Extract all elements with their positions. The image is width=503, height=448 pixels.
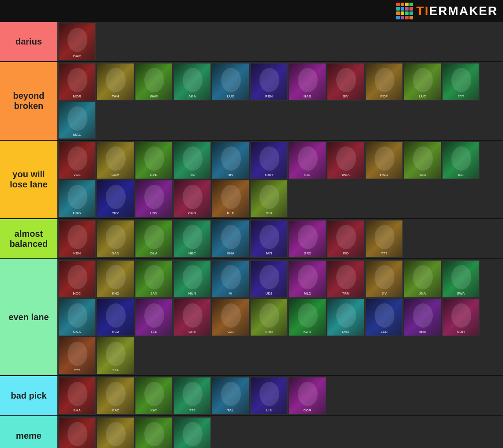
champion-darius2[interactable] [327, 299, 364, 336]
champion-lissandra[interactable] [250, 377, 288, 414]
logo-cell-5 [401, 7, 404, 11]
tier-content-darius [57, 22, 503, 61]
champion-lux[interactable] [212, 63, 249, 101]
tier-label-even-lane: even lane [0, 259, 57, 375]
champion-jarvan[interactable] [365, 260, 403, 298]
logo-cell-9 [401, 11, 404, 15]
logo-cell-0 [396, 3, 400, 6]
champion-mordekaiser2[interactable] [135, 417, 173, 448]
tier-row-beyond-broken: beyond broken [0, 62, 503, 141]
logo-cell-7 [409, 7, 413, 11]
champion-sivir[interactable] [327, 63, 364, 101]
champion-akali[interactable] [173, 63, 211, 101]
champion-unknown3[interactable] [58, 337, 96, 374]
tier-content-beyond-broken [57, 62, 503, 140]
champion-corki[interactable] [289, 377, 326, 414]
logo-cell-10 [405, 11, 409, 15]
champion-taliyah[interactable] [212, 377, 249, 414]
champion-illaoi[interactable] [442, 142, 480, 179]
tier-label-you-will-lose-lane: you will lose lane [0, 141, 57, 218]
tier-content-meme [57, 416, 503, 448]
champion-unknown2[interactable] [365, 220, 403, 258]
logo-cell-13 [401, 16, 404, 19]
champion-tahm-kench[interactable] [97, 63, 134, 101]
tier-list: dariusbeyond brokenyou will lose lanealm… [0, 22, 503, 448]
champion-shen[interactable] [250, 299, 288, 336]
tier-row-darius: darius [0, 22, 503, 62]
tier-row-even-lane: even lane [0, 259, 503, 376]
champion-unknown[interactable] [442, 63, 480, 101]
champion-poppy[interactable] [365, 63, 403, 101]
champion-tryndamere[interactable] [97, 180, 134, 217]
champion-tryndamere2[interactable] [97, 417, 134, 448]
champion-graves[interactable] [173, 299, 211, 336]
champion-gnar[interactable] [58, 299, 96, 336]
champion-hecarim2[interactable] [97, 299, 134, 336]
champion-rengar[interactable] [250, 63, 288, 101]
champion-fiora[interactable] [327, 220, 364, 258]
champion-rengar2[interactable] [365, 142, 403, 179]
champion-chogath[interactable] [173, 180, 211, 217]
logo-cell-3 [409, 3, 413, 6]
champion-lucian[interactable] [404, 63, 441, 101]
champion-volibear[interactable] [58, 142, 96, 179]
champion-sion[interactable] [289, 142, 326, 179]
champion-renekton[interactable] [404, 299, 441, 336]
champion-udyr2[interactable] [250, 260, 288, 298]
champion-shaco[interactable] [58, 377, 96, 414]
champion-karthus[interactable] [289, 299, 326, 336]
champion-unknown5[interactable] [173, 377, 211, 414]
champion-kled[interactable] [212, 180, 249, 217]
champion-udyr[interactable] [135, 180, 173, 217]
champion-malphite[interactable] [58, 101, 96, 139]
champion-malphite2[interactable] [289, 260, 326, 298]
champion-janna[interactable] [404, 260, 441, 298]
champion-camille[interactable] [97, 142, 134, 179]
champion-darius[interactable] [58, 23, 96, 60]
champion-vi[interactable] [212, 260, 249, 298]
champion-caitlyn[interactable] [212, 299, 249, 336]
champion-twitch[interactable] [173, 142, 211, 179]
champion-garen2[interactable] [289, 220, 326, 258]
tier-content-you-will-lose-lane [57, 141, 503, 218]
champion-veigar[interactable] [58, 417, 96, 448]
logo-grid [396, 3, 413, 19]
champion-unknown4[interactable] [97, 337, 134, 374]
champion-nocturne[interactable] [58, 260, 96, 298]
logo-text: TiERMAKER [417, 4, 498, 18]
champion-olaf[interactable] [135, 220, 173, 258]
champion-nasus[interactable] [289, 63, 326, 101]
champion-trundle[interactable] [327, 260, 364, 298]
champion-hecarim[interactable] [173, 220, 211, 258]
champion-evelynn[interactable] [135, 142, 173, 179]
logo: TiERMAKER [396, 3, 498, 19]
champion-unknown6[interactable] [173, 417, 211, 448]
champion-kennen[interactable] [58, 220, 96, 258]
logo-cell-1 [401, 3, 404, 6]
champion-malzahar[interactable] [97, 377, 134, 414]
champion-nunu[interactable] [173, 260, 211, 298]
app-container: TiERMAKER dariusbeyond brokenyou will lo… [0, 0, 503, 448]
champion-gangplank[interactable] [97, 220, 134, 258]
champion-riven[interactable] [212, 142, 249, 179]
champion-xayah[interactable] [135, 377, 173, 414]
logo-cell-12 [396, 16, 400, 19]
champion-wukong[interactable] [327, 142, 364, 179]
champion-master-yi[interactable] [250, 220, 288, 258]
champion-yasuo[interactable] [404, 142, 441, 179]
champion-mordekaiser[interactable] [58, 63, 96, 101]
tier-row-almost-balanced: almost balanced [0, 219, 503, 259]
champion-zed[interactable] [365, 299, 403, 336]
champion-kha2[interactable] [97, 260, 134, 298]
champion-kha-zix[interactable] [212, 220, 249, 258]
champion-singed[interactable] [250, 180, 288, 217]
header: TiERMAKER [0, 0, 503, 22]
champion-jax[interactable] [135, 260, 173, 298]
champion-soraka[interactable] [442, 299, 480, 336]
champion-swain[interactable] [442, 260, 480, 298]
champion-urgot[interactable] [58, 180, 96, 217]
champion-teemo[interactable] [135, 299, 173, 336]
champion-garen[interactable] [250, 142, 288, 179]
champion-warwick[interactable] [135, 63, 173, 101]
logo-cell-14 [405, 16, 409, 19]
